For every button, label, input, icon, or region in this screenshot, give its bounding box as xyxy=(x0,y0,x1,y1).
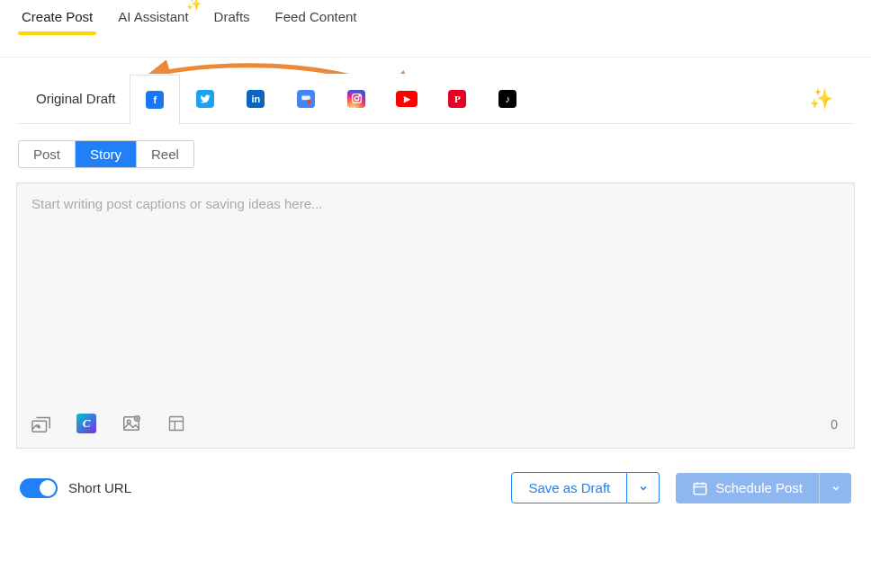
save-draft-dropdown[interactable] xyxy=(627,472,660,503)
svg-point-6 xyxy=(359,95,360,96)
tab-ai-assistant[interactable]: AI Assistant ✨ xyxy=(118,9,188,35)
editor-toolbar: C xyxy=(31,414,186,433)
top-nav: Create Post AI Assistant ✨ Drafts Feed C… xyxy=(0,0,871,35)
short-url-toggle[interactable] xyxy=(20,478,58,498)
twitter-icon xyxy=(196,90,214,108)
composer-card: Original Draft f in ▶ P xyxy=(16,74,855,503)
chevron-down-icon xyxy=(831,483,841,494)
sparkle-icon: ✨ xyxy=(186,0,202,11)
svg-point-3 xyxy=(308,99,312,103)
canva-icon[interactable]: C xyxy=(76,414,96,433)
pinterest-icon: P xyxy=(448,90,466,108)
post-type-post[interactable]: Post xyxy=(19,141,76,167)
calendar-icon xyxy=(692,480,708,496)
platform-tab-youtube[interactable]: ▶ xyxy=(382,74,432,123)
tab-feed-content[interactable]: Feed Content xyxy=(275,9,357,35)
platform-tab-twitter[interactable] xyxy=(180,74,230,123)
save-draft-button[interactable]: Save as Draft xyxy=(511,472,627,503)
media-icon[interactable] xyxy=(31,414,51,433)
tab-drafts[interactable]: Drafts xyxy=(214,9,250,35)
platform-tab-facebook[interactable]: f xyxy=(130,75,180,124)
platform-tab-linkedin[interactable]: in xyxy=(230,74,281,123)
schedule-post-dropdown[interactable] xyxy=(819,473,851,503)
caption-editor[interactable]: Start writing post captions or saving id… xyxy=(16,183,855,449)
platform-tab-tiktok[interactable]: ♪ xyxy=(482,74,533,123)
chevron-down-icon xyxy=(638,483,649,494)
schedule-group: Schedule Post xyxy=(676,473,851,503)
char-count: 0 xyxy=(831,417,838,432)
youtube-icon: ▶ xyxy=(396,91,418,107)
linkedin-icon: in xyxy=(247,90,265,108)
post-type-reel[interactable]: Reel xyxy=(137,141,193,167)
svg-rect-2 xyxy=(302,95,310,100)
editor-placeholder: Start writing post captions or saving id… xyxy=(31,196,840,211)
schedule-post-button[interactable]: Schedule Post xyxy=(676,473,819,503)
save-draft-group: Save as Draft xyxy=(511,472,660,503)
tiktok-icon: ♪ xyxy=(498,90,516,108)
svg-rect-14 xyxy=(170,417,184,431)
schedule-post-label: Schedule Post xyxy=(715,480,803,495)
svg-point-5 xyxy=(355,96,358,100)
platform-row: Original Draft f in ▶ P xyxy=(16,74,855,124)
platform-tab-pinterest[interactable]: P xyxy=(432,74,482,123)
toggle-knob xyxy=(40,480,56,496)
tab-ai-assistant-label: AI Assistant xyxy=(118,9,188,24)
nav-divider xyxy=(0,57,871,58)
ai-sparkle-icon[interactable]: ✨ xyxy=(809,87,833,111)
platform-tab-google[interactable] xyxy=(281,74,331,123)
instagram-icon xyxy=(347,90,365,108)
image-icon[interactable] xyxy=(121,414,141,433)
composer-footer: Short URL Save as Draft Schedule Post xyxy=(16,472,855,503)
svg-rect-17 xyxy=(695,483,707,494)
post-type-toggle: Post Story Reel xyxy=(18,140,194,168)
post-type-story[interactable]: Story xyxy=(76,141,137,167)
google-icon xyxy=(297,90,315,108)
facebook-icon: f xyxy=(146,91,164,109)
short-url-label: Short URL xyxy=(68,480,131,495)
tab-create-post[interactable]: Create Post xyxy=(22,9,93,35)
template-icon[interactable] xyxy=(166,414,186,433)
platform-tab-instagram[interactable] xyxy=(331,74,382,123)
original-draft-tab[interactable]: Original Draft xyxy=(22,74,130,123)
